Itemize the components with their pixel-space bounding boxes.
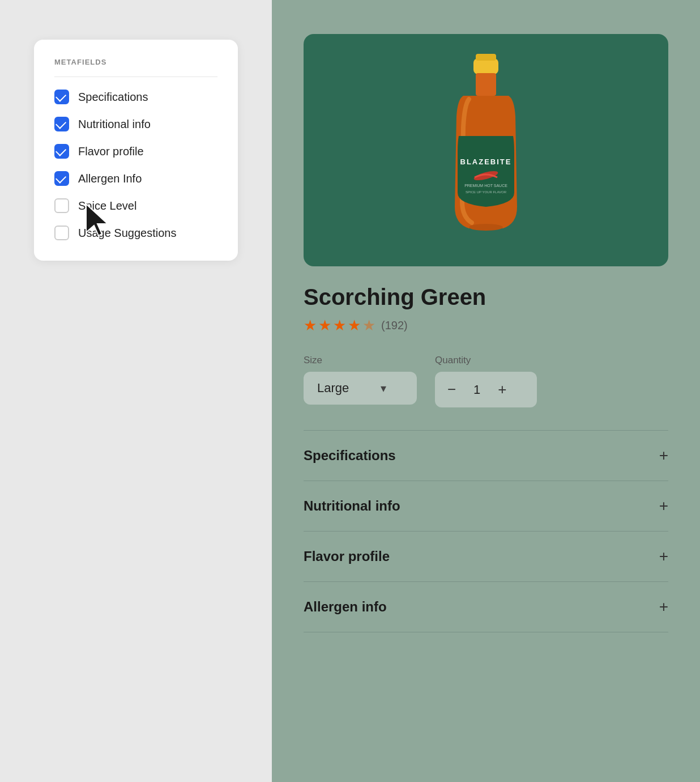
accordion-item-allergen-info[interactable]: Allergen info + [304,581,668,632]
star-2: ★ [318,317,331,334]
checkbox-spice-level[interactable] [54,198,69,213]
checkbox-nutritional-info[interactable] [54,117,69,131]
review-count: (192) [381,319,408,332]
accordion-label-nutritional-info: Nutritional info [304,498,400,514]
accordion-label-flavor-profile: Flavor profile [304,549,390,564]
checkbox-label-allergen-info: Allergen Info [78,172,142,185]
accordion-list: Specifications + Nutritional info + Flav… [272,430,700,632]
left-panel: METAFIELDS Specifications Nutritional in… [0,0,272,782]
svg-text:SPICE UP YOUR FLAVOR: SPICE UP YOUR FLAVOR [466,190,507,194]
divider [54,76,217,77]
bottle-illustration: BLAZEBITE PREMIUM HOT SAUCE SPICE UP YOU… [304,34,668,266]
star-rating: ★ ★ ★ ★ ★ [304,317,375,334]
star-5-half: ★ [362,317,375,334]
expand-icon-nutritional-info: + [659,497,668,515]
checkbox-label-usage-suggestions: Usage Suggestions [78,227,176,240]
product-image-container: BLAZEBITE PREMIUM HOT SAUCE SPICE UP YOU… [304,34,668,266]
checkbox-label-flavor-profile: Flavor profile [78,145,144,158]
svg-rect-1 [473,58,498,74]
quantity-label: Quantity [435,355,537,366]
metafields-title: METAFIELDS [54,58,217,66]
star-4: ★ [348,317,361,334]
size-dropdown[interactable]: Large ▾ [304,372,417,405]
checkbox-label-spice-level: Spice Level [78,199,136,212]
checkbox-list: Specifications Nutritional info Flavor p… [54,90,217,240]
star-1: ★ [304,317,317,334]
accordion-item-specifications[interactable]: Specifications + [304,430,668,481]
quantity-section: Quantity − 1 + [435,355,537,407]
expand-icon-allergen-info: + [659,598,668,616]
checkbox-specifications[interactable] [54,90,69,104]
checkbox-item-nutritional-info[interactable]: Nutritional info [54,117,217,131]
svg-text:PREMIUM HOT SAUCE: PREMIUM HOT SAUCE [464,184,507,188]
rating-row: ★ ★ ★ ★ ★ (192) [304,317,668,334]
product-name: Scorching Green [304,284,668,310]
size-quantity-row: Size Large ▾ Quantity − 1 + [304,355,668,407]
checkbox-usage-suggestions[interactable] [54,226,69,240]
quantity-control: − 1 + [435,372,537,407]
accordion-label-allergen-info: Allergen info [304,599,387,615]
checkbox-item-allergen-info[interactable]: Allergen Info [54,171,217,186]
size-section: Size Large ▾ [304,355,417,407]
checkbox-label-nutritional-info: Nutritional info [78,118,151,131]
star-3: ★ [333,317,346,334]
accordion-item-nutritional-info[interactable]: Nutritional info + [304,481,668,531]
checkbox-label-specifications: Specifications [78,91,148,104]
expand-icon-specifications: + [659,447,668,465]
checkbox-flavor-profile[interactable] [54,144,69,159]
svg-text:BLAZEBITE: BLAZEBITE [460,158,512,166]
accordion-label-specifications: Specifications [304,448,396,464]
accordion-item-flavor-profile[interactable]: Flavor profile + [304,531,668,581]
right-panel: BLAZEBITE PREMIUM HOT SAUCE SPICE UP YOU… [272,0,700,782]
chevron-down-icon: ▾ [381,381,386,395]
checkbox-item-spice-level[interactable]: Spice Level [54,198,217,213]
checkbox-allergen-info[interactable] [54,171,69,186]
checkbox-item-flavor-profile[interactable]: Flavor profile [54,144,217,159]
quantity-value: 1 [468,382,485,397]
product-info: Scorching Green ★ ★ ★ ★ ★ (192) Size Lar… [272,266,700,430]
quantity-decrease-button[interactable]: − [435,372,468,407]
size-value: Large [317,381,349,396]
checkbox-item-usage-suggestions[interactable]: Usage Suggestions [54,226,217,240]
quantity-increase-button[interactable]: + [485,372,519,407]
checkbox-item-specifications[interactable]: Specifications [54,90,217,104]
metafields-card: METAFIELDS Specifications Nutritional in… [34,40,238,261]
svg-point-8 [469,224,503,231]
svg-rect-3 [476,73,496,96]
size-label: Size [304,355,417,366]
svg-rect-2 [476,54,496,61]
expand-icon-flavor-profile: + [659,547,668,566]
